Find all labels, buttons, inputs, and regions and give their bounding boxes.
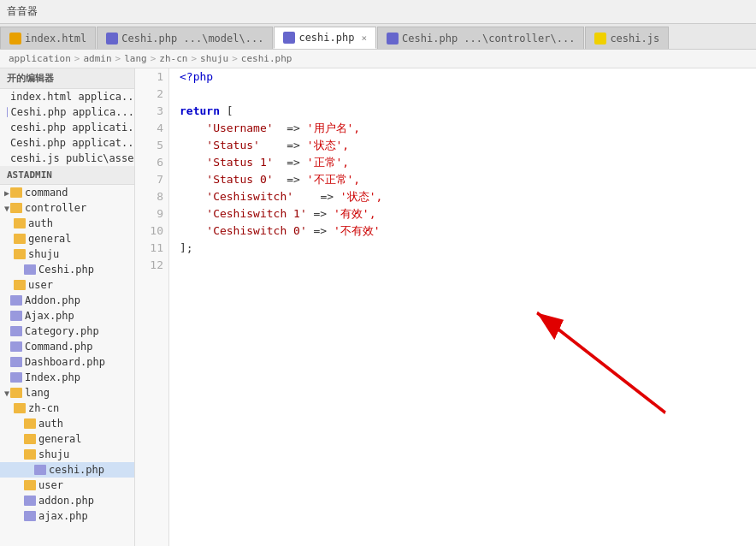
tree-item-label: auth: [28, 217, 53, 229]
tab-label: index.html: [25, 33, 86, 45]
tree-item-lang[interactable]: ▼lang: [0, 385, 134, 401]
tab-close-button[interactable]: ×: [361, 33, 367, 44]
folder-icon: [10, 388, 22, 398]
sidebar: 开的编辑器 index.html applica...Ceshi.php app…: [0, 68, 135, 546]
code-line[interactable]: ];: [180, 240, 756, 257]
open-editor-item[interactable]: ceshi.js public\asse...: [0, 151, 134, 166]
main-layout: 开的编辑器 index.html applica...Ceshi.php app…: [0, 68, 756, 546]
tree-item-label: general: [28, 233, 72, 245]
tree-item-shuju[interactable]: ▼shuju: [0, 447, 134, 462]
line-number: 8: [135, 188, 168, 205]
line-number: 9: [135, 205, 168, 223]
title-label: 音音器: [7, 4, 38, 19]
open-editor-label: Ceshi.php applica...: [11, 106, 135, 118]
tree-item-category_php[interactable]: Category.php: [0, 323, 134, 339]
tree-item-label: command: [25, 187, 68, 199]
php-icon: [10, 326, 22, 336]
breadcrumb-segment: admin: [83, 53, 111, 64]
tree-item-shuju[interactable]: ▼shuju: [0, 246, 134, 262]
tab-bar: index.htmlCeshi.php ...\model\...ceshi.p…: [0, 24, 756, 50]
tree-item-index_php[interactable]: Index.php: [0, 370, 134, 385]
code-line[interactable]: 'Username' => '用户名',: [180, 120, 756, 137]
code-line[interactable]: [180, 86, 756, 103]
tree-item-label: Command.php: [25, 341, 92, 353]
code-line[interactable]: 'Status 1' => '正常',: [180, 154, 756, 171]
tree-item-label: general: [38, 433, 82, 445]
tree-item-auth[interactable]: ▶auth: [0, 416, 134, 431]
code-line[interactable]: 'Ceshiswitch' => '状态',: [180, 188, 756, 205]
tree-item-command_php[interactable]: Command.php: [0, 339, 134, 354]
open-editor-label: Ceshi.php applicat...: [10, 137, 135, 149]
tree-item-ajax_php[interactable]: Ajax.php: [0, 308, 134, 323]
breadcrumb: application > admin > lang > zh-cn > shu…: [0, 50, 756, 68]
code-line[interactable]: 'Ceshiswitch 1' => '有效',: [180, 205, 756, 223]
open-editors-list: index.html applica...Ceshi.php applica..…: [0, 89, 134, 166]
tree-item-label: ceshi.php: [49, 464, 104, 476]
code-line[interactable]: return [: [180, 103, 756, 120]
code-line[interactable]: 'Ceshiswitch 0' => '不有效': [180, 223, 756, 240]
tree-item-label: addon.php: [38, 495, 94, 507]
tree-item-label: controller: [25, 202, 86, 214]
tree-item-ceshi_php[interactable]: Ceshi.php: [0, 262, 134, 277]
tree-item-ceshi_php[interactable]: ceshi.php: [0, 462, 134, 478]
breadcrumb-separator: >: [232, 53, 238, 64]
tree-arrow-icon: ▶: [0, 219, 14, 228]
folder-icon: [14, 280, 26, 290]
tree-item-dashboard_php[interactable]: Dashboard.php: [0, 354, 134, 370]
tree-item-general[interactable]: ▶general: [0, 231, 134, 246]
tree-item-label: Category.php: [25, 325, 99, 337]
editor-area: 123456789101112 <?phpreturn [ 'Username'…: [135, 68, 756, 546]
tree-item-zh_cn[interactable]: ▼zh-cn: [0, 401, 134, 416]
tree-arrow-icon: ▶: [0, 481, 24, 490]
folder-icon: [10, 203, 22, 213]
tree-item-label: user: [28, 279, 53, 291]
php-file-icon: [7, 107, 8, 117]
breadcrumb-segment: shuju: [200, 53, 228, 64]
tree-item-user[interactable]: ▶user: [0, 478, 134, 493]
tree-arrow-icon: ▶: [0, 419, 24, 429]
folder-icon: [24, 434, 36, 444]
folder-icon: [24, 449, 36, 460]
line-number: 2: [135, 86, 168, 103]
tab-index_html[interactable]: index.html: [0, 27, 96, 49]
code-lines[interactable]: <?phpreturn [ 'Username' => '用户名', 'Stat…: [169, 68, 756, 546]
tree-arrow-icon: ▼: [0, 204, 10, 213]
php-icon: [24, 496, 36, 506]
tree-item-label: user: [38, 479, 63, 491]
open-editor-item[interactable]: Ceshi.php applicat...: [0, 135, 134, 151]
tree-item-label: shuju: [28, 248, 59, 260]
tree-arrow-icon: ▼: [0, 404, 14, 413]
tree-item-addon_php[interactable]: Addon.php: [0, 293, 134, 308]
php-tab-icon: [106, 33, 118, 45]
code-line[interactable]: [180, 257, 756, 274]
code-line[interactable]: <?php: [180, 68, 756, 86]
tree-item-controller[interactable]: ▼controller: [0, 200, 134, 216]
tab-ceshi_php_____model____[interactable]: Ceshi.php ...\model\...: [97, 27, 273, 49]
tree-arrow-icon: ▶: [0, 234, 14, 244]
tab-ceshi_php[interactable]: ceshi.php×: [274, 27, 376, 49]
tree-item-command[interactable]: ▶command: [0, 185, 134, 200]
breadcrumb-segment: application: [9, 53, 71, 64]
html-tab-icon: [9, 33, 21, 45]
tree-item-label: Ajax.php: [25, 310, 74, 322]
breadcrumb-separator: >: [191, 53, 197, 64]
editor-content: 123456789101112 <?phpreturn [ 'Username'…: [135, 68, 756, 546]
open-editor-label: ceshi.js public\asse...: [10, 152, 135, 164]
tree-item-auth[interactable]: ▶auth: [0, 216, 134, 231]
open-editor-item[interactable]: ceshi.php applicati...: [0, 120, 134, 135]
code-line[interactable]: 'Status' => '状态',: [180, 137, 756, 154]
php-tab-icon: [283, 32, 295, 44]
open-editor-item[interactable]: index.html applica...: [0, 89, 134, 104]
tree-item-ajax_php[interactable]: ajax.php: [0, 508, 134, 524]
breadcrumb-separator: >: [151, 53, 157, 64]
folder-icon: [14, 234, 26, 244]
tab-ceshi_js[interactable]: ceshi.js: [585, 27, 669, 49]
tree-item-addon_php[interactable]: addon.php: [0, 493, 134, 508]
line-number: 1: [135, 68, 168, 86]
code-line[interactable]: 'Status 0' => '不正常',: [180, 171, 756, 188]
tab-ceshi_php_____controller____[interactable]: Ceshi.php ...\controller\...: [377, 27, 584, 49]
php-tab-icon: [387, 33, 399, 45]
tree-item-user[interactable]: ▶user: [0, 277, 134, 293]
open-editor-item[interactable]: Ceshi.php applica...: [0, 104, 134, 120]
tree-item-general[interactable]: ▶general: [0, 431, 134, 447]
